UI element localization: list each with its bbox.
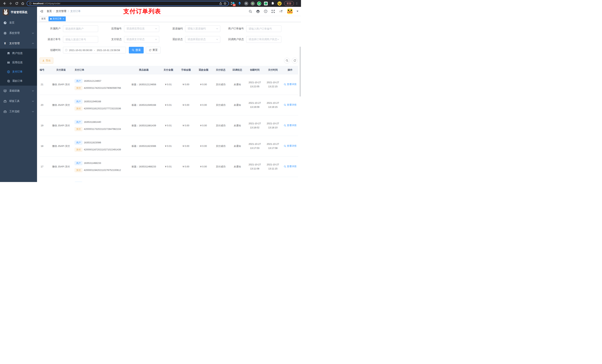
merchant-order-no-input[interactable] <box>246 25 281 32</box>
page-scrollbar[interactable] <box>300 47 301 96</box>
sidebar-item-devtools[interactable]: 研发工具 <box>0 96 37 106</box>
refund-amount: ¥ 0.00 <box>200 165 207 168</box>
avatar[interactable] <box>287 9 293 14</box>
refund-amount: ¥ 0.00 <box>200 124 207 127</box>
range-start: 2021-10-01 00:00:00 <box>69 49 92 52</box>
extension-chat-icon[interactable] <box>264 1 268 6</box>
pay-status: 支付成功 <box>216 124 226 127</box>
share-icon[interactable] <box>219 2 222 5</box>
sidebar-item-pay-order[interactable]: ¥ 支付订单 <box>0 67 37 76</box>
tags-view-bar: 首页 支付订单 × <box>37 16 301 22</box>
fullscreen-icon[interactable] <box>271 10 275 13</box>
pay-status-select[interactable]: 请选择支付状态 <box>124 36 159 43</box>
page-header: 首页 / 支付管理 / 支付订单 支付订单列表 ? <box>37 7 301 16</box>
sidebar-item-merchant-info[interactable]: 商户信息 <box>0 49 37 58</box>
col-header-fee: 手续金额 <box>177 66 195 74</box>
create-time-cell: 2021-10-2713:11:08 <box>246 156 264 177</box>
sidebar-item-label: 研发工具 <box>9 100 20 103</box>
refund-status-select[interactable]: 请选择退款状态 <box>185 36 220 43</box>
help-icon[interactable]: ? <box>264 10 268 13</box>
sidebar-item-app-info[interactable]: 应用信息 <box>0 58 37 67</box>
app-select[interactable]: 请选择应用信息 <box>124 25 159 32</box>
refresh-table-button[interactable] <box>292 58 298 64</box>
refund-amount: ¥ 0.00 <box>200 104 207 106</box>
channel-code-select[interactable]: 请输入渠道编码 <box>185 25 220 32</box>
merchant-order-no: 1635311468233 <box>84 162 101 165</box>
browser-menu-icon[interactable] <box>296 2 298 5</box>
notify-status: 未通知 <box>234 124 241 127</box>
view-detail-link[interactable]: 查看详情 <box>284 103 297 106</box>
extension-dot-icon[interactable] <box>251 1 255 6</box>
search-icon[interactable] <box>249 10 252 13</box>
bookmark-star-icon[interactable] <box>224 2 226 5</box>
tab-home[interactable]: 首页 <box>40 16 47 21</box>
sidebar-item-label: 退款订单 <box>12 79 22 83</box>
extension-y-icon[interactable]: y <box>257 1 261 6</box>
back-icon[interactable] <box>2 1 7 6</box>
forward-icon[interactable] <box>8 1 13 6</box>
reload-icon[interactable] <box>14 1 19 6</box>
app-logo[interactable]: 芋道管理系统 <box>0 7 37 18</box>
avatar-caret-icon[interactable] <box>297 11 298 12</box>
pay-channel: 微信 JSAPI 支付 <box>52 165 70 168</box>
extensions-puzzle-icon[interactable] <box>270 1 275 6</box>
toggle-search-button[interactable] <box>284 58 290 64</box>
create-time-range-picker[interactable]: 2021-10-01 00:00:00 - 2021-10-31 23:59:5… <box>63 47 126 53</box>
chevron-down-icon <box>155 38 157 41</box>
sidebar-item-infra[interactable]: 基础设施 <box>0 86 37 96</box>
browser-update-button[interactable]: 更新 <box>284 1 294 6</box>
goods-title: 标题：1635311468233 <box>132 165 156 168</box>
view-detail-link[interactable]: 查看详情 <box>284 144 297 148</box>
extension-kite-icon[interactable] <box>237 1 242 6</box>
notify-status: 未通知 <box>234 104 241 106</box>
sidebar-item-home[interactable]: 首页 <box>0 18 37 28</box>
notify-status: 未通知 <box>234 83 241 86</box>
filter-label: 应用编号 <box>104 27 124 30</box>
breadcrumb-home[interactable]: 首页 <box>47 10 52 13</box>
refresh-icon <box>149 49 151 52</box>
sidebar-item-workflow[interactable]: 工作流程 <box>0 106 37 117</box>
extension-emoji-icon[interactable] <box>277 1 282 6</box>
active-tab-dot <box>50 18 52 20</box>
address-bar[interactable]: localhost:1024/pay/order <box>27 1 229 6</box>
sidebar-fold-icon[interactable] <box>40 9 44 13</box>
font-size-icon[interactable]: TT <box>279 10 283 13</box>
col-header-refund: 退款金额 <box>195 66 212 74</box>
search-button[interactable]: 搜索 <box>129 47 144 53</box>
view-detail-link[interactable]: 查看详情 <box>284 124 297 127</box>
reset-button[interactable]: 重置 <box>146 47 161 53</box>
sidebar-item-refund-order[interactable]: 退款订单 <box>0 76 37 86</box>
extension-tabs-icon[interactable]: 10 <box>230 1 235 6</box>
grid-icon <box>7 61 10 64</box>
breadcrumb-pay-mgmt[interactable]: 支付管理 <box>56 10 66 13</box>
close-icon[interactable]: × <box>63 18 64 20</box>
site-info-icon[interactable] <box>29 2 32 5</box>
github-icon[interactable] <box>256 10 260 13</box>
view-detail-link[interactable]: 查看详情 <box>284 165 297 168</box>
home-icon[interactable] <box>21 1 25 6</box>
range-end: 2021-10-31 23:59:59 <box>97 49 120 52</box>
merchant-tag: 商户 <box>75 182 82 182</box>
export-button[interactable]: 导出 <box>40 58 53 64</box>
channel-order-no-input[interactable] <box>63 36 98 43</box>
table-header-row: 编号 支付渠道 支付订单 商品标题 支付金额 手续金额 退款金额 支付状态 回调… <box>40 66 298 74</box>
filter-label: 退款状态 <box>165 38 185 41</box>
pay-amount: ¥ 0.01 <box>165 83 172 86</box>
filter-label: 商户订单编号 <box>226 27 246 30</box>
search-icon <box>132 49 134 52</box>
pay-amount: ¥ 0.01 <box>165 104 172 106</box>
tab-pay-order[interactable]: 支付订单 × <box>49 16 66 21</box>
merchant-input[interactable] <box>63 25 98 32</box>
dashboard-icon <box>3 21 7 24</box>
pay-order-cell: 商户 1635311823086 支付 42000011672021102710… <box>74 136 128 156</box>
toolbox-icon <box>3 100 7 103</box>
sidebar-item-payment[interactable]: ¥ 支付管理 <box>0 38 37 49</box>
view-detail-link[interactable]: 查看详情 <box>284 83 297 86</box>
chevron-down-icon <box>32 32 34 34</box>
goods-title: 标题：1635311881439 <box>132 124 156 127</box>
filter-row-1: 所属商户 应用编号 请选择应用信息 渠道编码 请输入渠道编码 <box>40 25 298 32</box>
notify-status-select[interactable]: 请选择订单回调商户状态 <box>246 36 281 43</box>
extension-command-icon[interactable]: ⌘ <box>244 1 248 6</box>
filter-label: 创建时间 <box>43 48 63 52</box>
sidebar-item-system[interactable]: 系统管理 <box>0 28 37 38</box>
